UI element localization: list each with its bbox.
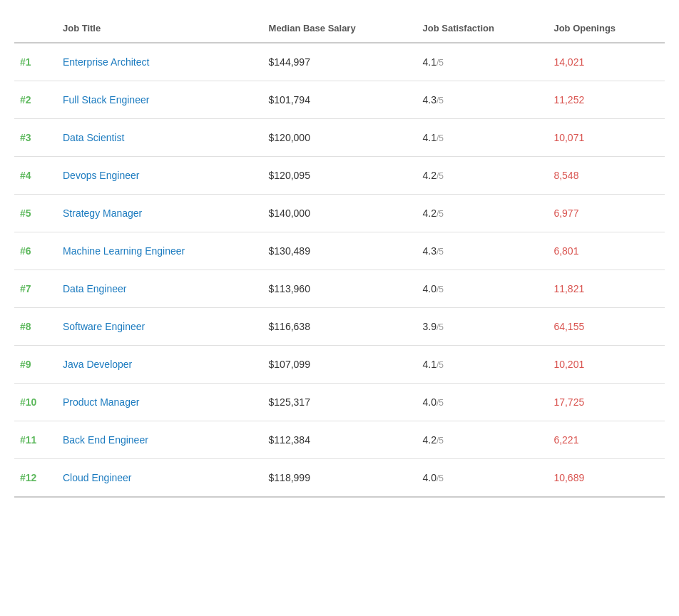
openings-cell: 10,689 [548,459,665,498]
job-title-cell[interactable]: Product Manager [57,384,263,421]
table-row: #8Software Engineer$116,6383.9/564,155 [14,308,665,346]
salary-cell: $140,000 [263,195,417,232]
openings-cell: 11,252 [548,81,665,119]
header-job-title: Job Title [57,14,263,43]
table-row: #7Data Engineer$113,9604.0/511,821 [14,270,665,308]
rank-cell: #1 [14,43,57,81]
openings-cell: 6,977 [548,195,665,232]
satisfaction-cell: 4.3/5 [417,81,548,119]
rank-cell: #7 [14,270,57,308]
jobs-table: Job Title Median Base Salary Job Satisfa… [14,14,665,498]
satisfaction-cell: 3.9/5 [417,308,548,346]
job-title-cell[interactable]: Java Developer [57,346,263,384]
salary-cell: $120,000 [263,119,417,157]
satisfaction-cell: 4.2/5 [417,195,548,232]
satisfaction-cell: 4.0/5 [417,270,548,308]
satisfaction-cell: 4.2/5 [417,421,548,459]
header-rank [14,14,57,43]
satisfaction-cell: 4.1/5 [417,119,548,157]
rank-cell: #5 [14,195,57,232]
job-title-cell[interactable]: Enterprise Architect [57,43,263,81]
table-row: #5Strategy Manager$140,0004.2/56,977 [14,195,665,232]
table-row: #9Java Developer$107,0994.1/510,201 [14,346,665,384]
job-title-cell[interactable]: Cloud Engineer [57,459,263,498]
table-row: #11Back End Engineer$112,3844.2/56,221 [14,421,665,459]
header-median-salary: Median Base Salary [263,14,417,43]
job-title-cell[interactable]: Devops Engineer [57,157,263,195]
rank-cell: #3 [14,119,57,157]
header-job-openings: Job Openings [548,14,665,43]
salary-cell: $120,095 [263,157,417,195]
satisfaction-cell: 4.1/5 [417,43,548,81]
table-row: #6Machine Learning Engineer$130,4894.3/5… [14,232,665,270]
openings-cell: 10,071 [548,119,665,157]
rank-cell: #6 [14,232,57,270]
salary-cell: $118,999 [263,459,417,498]
satisfaction-cell: 4.3/5 [417,232,548,270]
satisfaction-cell: 4.0/5 [417,459,548,498]
job-title-cell[interactable]: Data Engineer [57,270,263,308]
rank-cell: #11 [14,421,57,459]
salary-cell: $130,489 [263,232,417,270]
salary-cell: $113,960 [263,270,417,308]
salary-cell: $125,317 [263,384,417,421]
satisfaction-cell: 4.1/5 [417,346,548,384]
satisfaction-cell: 4.2/5 [417,157,548,195]
header-job-satisfaction: Job Satisfaction [417,14,548,43]
satisfaction-cell: 4.0/5 [417,384,548,421]
rank-cell: #10 [14,384,57,421]
job-title-cell[interactable]: Back End Engineer [57,421,263,459]
salary-cell: $107,099 [263,346,417,384]
rank-cell: #2 [14,81,57,119]
openings-cell: 14,021 [548,43,665,81]
openings-cell: 8,548 [548,157,665,195]
job-title-cell[interactable]: Strategy Manager [57,195,263,232]
rank-cell: #12 [14,459,57,498]
openings-cell: 17,725 [548,384,665,421]
table-row: #2Full Stack Engineer$101,7944.3/511,252 [14,81,665,119]
rank-cell: #9 [14,346,57,384]
salary-cell: $116,638 [263,308,417,346]
openings-cell: 6,221 [548,421,665,459]
salary-cell: $101,794 [263,81,417,119]
openings-cell: 10,201 [548,346,665,384]
job-title-cell[interactable]: Software Engineer [57,308,263,346]
openings-cell: 11,821 [548,270,665,308]
salary-cell: $144,997 [263,43,417,81]
table-row: #1Enterprise Architect$144,9974.1/514,02… [14,43,665,81]
rank-cell: #4 [14,157,57,195]
job-title-cell[interactable]: Data Scientist [57,119,263,157]
table-row: #3Data Scientist$120,0004.1/510,071 [14,119,665,157]
job-title-cell[interactable]: Machine Learning Engineer [57,232,263,270]
salary-cell: $112,384 [263,421,417,459]
table-row: #4Devops Engineer$120,0954.2/58,548 [14,157,665,195]
table-header-row: Job Title Median Base Salary Job Satisfa… [14,14,665,43]
table-row: #10Product Manager$125,3174.0/517,725 [14,384,665,421]
table-row: #12Cloud Engineer$118,9994.0/510,689 [14,459,665,498]
openings-cell: 6,801 [548,232,665,270]
openings-cell: 64,155 [548,308,665,346]
job-title-cell[interactable]: Full Stack Engineer [57,81,263,119]
main-table-container: Job Title Median Base Salary Job Satisfa… [14,14,665,498]
rank-cell: #8 [14,308,57,346]
